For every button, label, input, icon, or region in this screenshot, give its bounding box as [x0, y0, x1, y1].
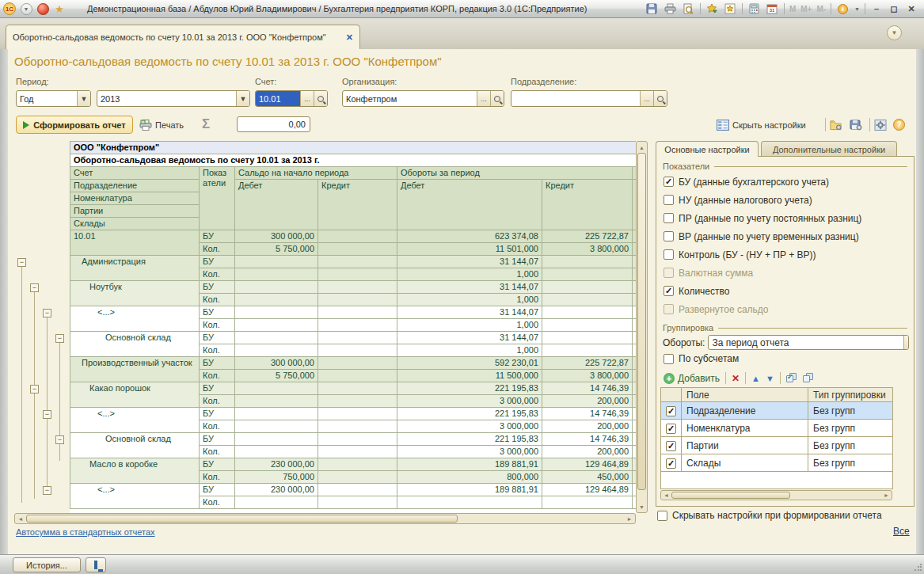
move-down-button[interactable]: ▼	[766, 374, 774, 383]
scroll-left-icon[interactable]: ◄	[662, 491, 671, 500]
report-value-cell[interactable]: 3 800,000	[542, 243, 633, 256]
report-value-cell[interactable]	[235, 332, 318, 344]
report-row-name[interactable]: Какао порошок	[70, 382, 200, 408]
resize-grip[interactable]	[914, 564, 922, 572]
report-value-cell[interactable]: 31 144,07	[397, 306, 542, 319]
header-dim-nomenclature[interactable]: Номенклатура	[70, 192, 200, 205]
header-turnover-debit[interactable]: Дебет	[397, 180, 542, 230]
report-indicator-cell[interactable]: БУ	[200, 382, 235, 395]
report-value-cell[interactable]: 200,000	[542, 446, 633, 458]
grouping-row-checkbox[interactable]: ✓	[661, 402, 682, 420]
report-value-cell[interactable]	[318, 230, 397, 243]
checkbox-icon[interactable]	[664, 354, 674, 364]
report-value-cell[interactable]	[318, 458, 397, 471]
scrollbar-thumb[interactable]	[637, 153, 646, 490]
report-row-name[interactable]: Производственный участок	[70, 357, 200, 382]
history-button[interactable]: История...	[13, 557, 81, 572]
grouping-row-1[interactable]: ✓НоменклатураБез групп	[661, 420, 893, 437]
header-indicators[interactable]: Показатели	[200, 167, 235, 230]
tree-collapse-button[interactable]: −	[55, 435, 64, 444]
report-value-cell[interactable]	[235, 382, 318, 395]
report-value-cell[interactable]: 1,000	[397, 294, 542, 306]
report-value-cell[interactable]	[318, 268, 397, 281]
home-button[interactable]	[36, 2, 50, 16]
report-value-cell[interactable]	[318, 370, 397, 382]
report-value-cell[interactable]	[235, 496, 318, 509]
header-dim-warehouses[interactable]: Склады	[70, 218, 200, 230]
chevron-down-icon[interactable]: ▼	[77, 91, 90, 106]
report-value-cell[interactable]: 221 195,83	[397, 382, 542, 395]
report-value-cell[interactable]	[235, 408, 318, 420]
calculator-button[interactable]	[747, 2, 761, 15]
tree-collapse-button[interactable]: −	[55, 334, 64, 343]
tree-collapse-button[interactable]: −	[30, 385, 39, 393]
menu-dropdown-button[interactable]: ▼	[19, 2, 33, 16]
search-button[interactable]	[314, 91, 327, 106]
report-value-cell[interactable]	[542, 306, 633, 319]
report-indicator-cell[interactable]: БУ	[200, 306, 235, 319]
checkbox-icon[interactable]	[664, 249, 674, 260]
chevron-down-icon[interactable]	[903, 336, 908, 349]
report-vertical-scrollbar[interactable]: ▲ ▼	[636, 141, 648, 513]
ellipsis-button[interactable]: ...	[477, 91, 490, 106]
calendar-button[interactable]: 31	[766, 2, 779, 15]
report-value-cell[interactable]	[318, 357, 397, 370]
report-value-cell[interactable]: 129 464,89	[542, 484, 633, 496]
report-indicator-cell[interactable]: Кол.	[200, 370, 235, 382]
report-value-cell[interactable]: 200,000	[542, 420, 633, 433]
grouping-row-field[interactable]: Партии	[682, 437, 808, 454]
grouping-row-3[interactable]: ✓СкладыБез групп	[661, 454, 893, 472]
report-value-cell[interactable]	[542, 256, 633, 268]
grouping-row-field[interactable]: Подразделение	[682, 402, 808, 420]
favorites-button[interactable]: ★	[52, 2, 67, 16]
tree-collapse-button[interactable]: −	[30, 283, 39, 292]
chevron-down-icon[interactable]: ▼	[236, 91, 249, 106]
report-value-cell[interactable]	[318, 496, 397, 509]
indicator-checkbox-4[interactable]: Контроль (БУ - (НУ + ПР + ВР))	[656, 245, 914, 264]
uncheck-all-button[interactable]	[803, 373, 814, 383]
report-value-cell[interactable]: 225 722,87	[542, 357, 633, 370]
hide-settings-button[interactable]: Скрыть настройки	[717, 116, 806, 133]
header-dim-account[interactable]: Счет	[70, 167, 200, 180]
report-value-cell[interactable]	[235, 256, 318, 268]
header-dim-batches[interactable]: Партии	[70, 205, 200, 218]
report-row-name[interactable]: Основной склад	[70, 332, 200, 357]
report-row-name[interactable]: <...>	[70, 484, 200, 509]
ellipsis-button[interactable]: ...	[640, 91, 653, 106]
report-value-cell[interactable]: 5 750,000	[235, 370, 318, 382]
header-opening-debit[interactable]: Дебет	[235, 180, 318, 230]
add-button[interactable]: + Добавить	[664, 373, 720, 384]
report-indicator-cell[interactable]: БУ	[200, 230, 235, 243]
report-value-cell[interactable]: 3 800,000	[542, 370, 633, 382]
report-value-cell[interactable]	[318, 395, 397, 408]
report-indicator-cell[interactable]: Кол.	[200, 344, 235, 357]
grouping-table-empty-area[interactable]	[661, 472, 893, 489]
grouping-horizontal-scrollbar[interactable]: ◄ ►	[660, 490, 892, 500]
tab-close-icon[interactable]: ✕	[346, 32, 353, 43]
info-button[interactable]: i	[836, 2, 850, 15]
grouping-row-type[interactable]: Без групп	[808, 420, 893, 437]
report-indicator-cell[interactable]: БУ	[200, 256, 235, 268]
scroll-left-icon[interactable]: ◄	[16, 514, 25, 523]
hide-settings-on-generate-checkbox[interactable]: Скрывать настройки при формировании отче…	[656, 508, 882, 523]
report-value-cell[interactable]	[318, 306, 397, 319]
header-turnover-credit[interactable]: Кредит	[542, 180, 633, 230]
report-value-cell[interactable]	[318, 332, 397, 344]
indicator-checkbox-6[interactable]: ✓Количество	[656, 282, 914, 300]
report-value-cell[interactable]	[235, 344, 318, 357]
close-button[interactable]: ✕	[905, 4, 918, 14]
report-value-cell[interactable]: 11 500,000	[397, 370, 542, 382]
report-value-cell[interactable]	[542, 319, 633, 332]
maximize-button[interactable]: ◻	[888, 4, 900, 14]
report-value-cell[interactable]	[318, 256, 397, 268]
report-value-cell[interactable]: 200,000	[542, 395, 633, 408]
report-value-cell[interactable]: 189 881,91	[397, 484, 542, 496]
report-row-name[interactable]: <...>	[70, 408, 200, 433]
report-value-cell[interactable]	[235, 433, 318, 446]
report-value-cell[interactable]: 1,000	[397, 319, 542, 332]
turnovers-select[interactable]: За период отчета	[708, 335, 909, 350]
move-up-button[interactable]: ▲	[751, 374, 760, 383]
checkbox-icon[interactable]	[664, 213, 674, 223]
report-value-cell[interactable]: 31 144,07	[397, 332, 542, 344]
tree-collapse-button[interactable]: −	[17, 258, 26, 267]
